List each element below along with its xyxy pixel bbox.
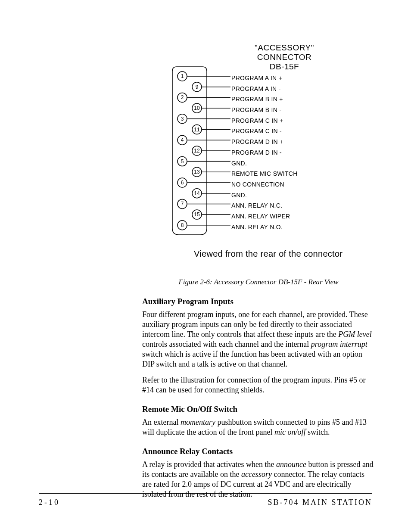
svg-text:3: 3 — [181, 116, 184, 122]
svg-text:6: 6 — [181, 180, 184, 186]
paragraph-aux-2: Refer to the illustration for connection… — [142, 375, 375, 395]
heading-remote-mic: Remote Mic On/Off Switch — [142, 404, 375, 414]
svg-text:2: 2 — [181, 94, 184, 100]
svg-text:9: 9 — [196, 84, 199, 90]
pin-label: GND. — [231, 158, 298, 169]
pin-label: PROGRAM C IN + — [231, 115, 298, 126]
footer-title: SB-704 MAIN STATION — [268, 498, 372, 507]
pin-label-column: PROGRAM A IN +PROGRAM A IN -PROGRAM B IN… — [231, 73, 298, 232]
paragraph-mic-1: An external momentary pushbutton switch … — [142, 417, 375, 437]
footer-row: 2-10 SB-704 MAIN STATION — [39, 498, 372, 507]
svg-text:13: 13 — [194, 169, 200, 175]
svg-text:11: 11 — [194, 127, 200, 133]
pin-label: ANN. RELAY N.O. — [231, 222, 298, 233]
paragraph-aux-1: Four different program inputs, one for e… — [142, 310, 375, 369]
pin-label: ANN. RELAY WIPER — [231, 211, 298, 222]
page: "ACCESSORY" CONNECTOR DB-15F 19210311412… — [0, 0, 411, 532]
pin-label: NO CONNECTION — [231, 179, 298, 190]
pin-label: PROGRAM B IN - — [231, 105, 298, 115]
pin-label: GND. — [231, 190, 298, 201]
pin-label: PROGRAM A IN + — [231, 73, 298, 84]
svg-text:4: 4 — [181, 137, 184, 143]
svg-text:8: 8 — [181, 222, 184, 228]
figure-2-6: "ACCESSORY" CONNECTOR DB-15F 19210311412… — [142, 43, 375, 250]
svg-text:7: 7 — [181, 201, 184, 207]
svg-text:12: 12 — [194, 148, 200, 154]
pin-label: PROGRAM D IN - — [231, 147, 298, 158]
connector-title: "ACCESSORY" CONNECTOR DB-15F — [237, 43, 332, 72]
figure-caption: Figure 2-6: Accessory Connector DB-15F -… — [142, 278, 375, 286]
connector-title-line2: CONNECTOR — [257, 53, 312, 62]
svg-text:15: 15 — [194, 212, 200, 218]
svg-text:10: 10 — [194, 105, 200, 111]
svg-text:1: 1 — [181, 73, 184, 79]
footer-rule — [39, 493, 372, 494]
page-number: 2-10 — [39, 498, 60, 507]
heading-auxiliary-program-inputs: Auxiliary Program Inputs — [142, 297, 375, 306]
page-footer: 2-10 SB-704 MAIN STATION — [39, 493, 372, 507]
content-column: "ACCESSORY" CONNECTOR DB-15F 19210311412… — [142, 43, 375, 499]
pin-label: PROGRAM D IN + — [231, 137, 298, 147]
pin-label: REMOTE MIC SWITCH — [231, 168, 298, 179]
pin-label: ANN. RELAY N.C. — [231, 200, 298, 211]
connector-title-line1: "ACCESSORY" — [255, 43, 314, 52]
heading-announce-relay: Announce Relay Contacts — [142, 447, 375, 456]
db15f-diagram-icon: 192103114125136147158 — [164, 52, 233, 237]
pin-label: PROGRAM B IN + — [231, 94, 298, 105]
pin-label: PROGRAM A IN - — [231, 84, 298, 94]
pin-label: PROGRAM C IN - — [231, 126, 298, 137]
view-note: Viewed from the rear of the connector — [194, 249, 342, 259]
svg-text:5: 5 — [181, 159, 184, 165]
svg-text:14: 14 — [194, 190, 200, 196]
connector-title-line3: DB-15F — [270, 62, 299, 71]
